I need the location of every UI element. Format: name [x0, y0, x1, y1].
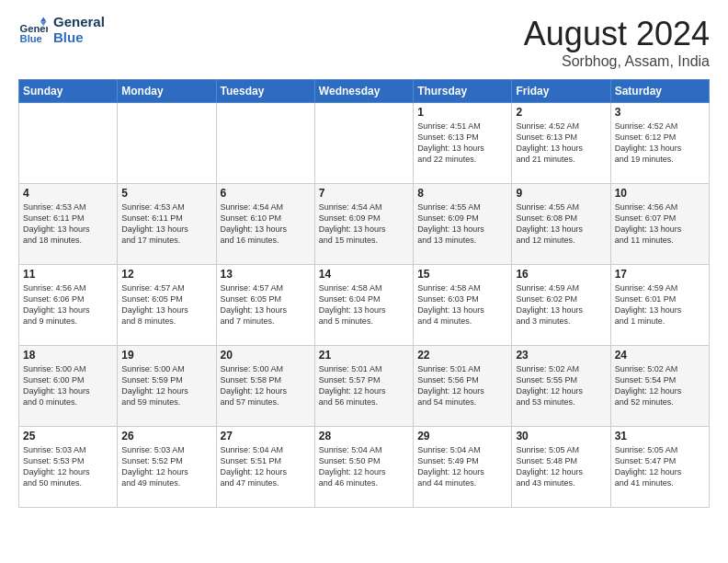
day-info: Sunrise: 4:55 AM Sunset: 6:09 PM Dayligh… [417, 201, 507, 247]
calendar-cell: 15Sunrise: 4:58 AM Sunset: 6:03 PM Dayli… [414, 265, 512, 346]
day-info: Sunrise: 5:01 AM Sunset: 5:56 PM Dayligh… [417, 363, 507, 408]
day-info: Sunrise: 4:56 AM Sunset: 6:06 PM Dayligh… [23, 282, 113, 327]
logo-blue: Blue [53, 30, 84, 46]
day-info: Sunrise: 4:52 AM Sunset: 6:13 PM Dayligh… [516, 121, 606, 166]
calendar-cell: 19Sunrise: 5:00 AM Sunset: 5:59 PM Dayli… [118, 346, 216, 427]
day-number: 10 [615, 187, 705, 200]
weekday-header-friday: Friday [512, 80, 610, 103]
title-block: August 2024 Sorbhog, Assam, India [524, 15, 710, 70]
day-number: 6 [221, 187, 311, 200]
calendar-cell: 26Sunrise: 5:03 AM Sunset: 5:52 PM Dayli… [118, 427, 216, 508]
day-number: 2 [516, 106, 606, 119]
calendar-cell [314, 103, 413, 184]
day-number: 25 [23, 430, 113, 442]
calendar-cell [19, 103, 118, 184]
day-info: Sunrise: 5:04 AM Sunset: 5:49 PM Dayligh… [417, 444, 507, 489]
day-number: 12 [121, 268, 211, 281]
calendar-cell: 17Sunrise: 4:59 AM Sunset: 6:01 PM Dayli… [610, 265, 709, 346]
weekday-header-saturday: Saturday [610, 80, 709, 103]
day-info: Sunrise: 4:57 AM Sunset: 6:05 PM Dayligh… [121, 282, 211, 327]
day-number: 15 [417, 268, 507, 281]
header: General Blue General Blue August 2024 So… [18, 15, 710, 70]
day-number: 1 [417, 106, 507, 119]
day-info: Sunrise: 4:52 AM Sunset: 6:12 PM Dayligh… [615, 121, 705, 166]
day-info: Sunrise: 4:53 AM Sunset: 6:11 PM Dayligh… [23, 201, 113, 247]
calendar-cell: 25Sunrise: 5:03 AM Sunset: 5:53 PM Dayli… [19, 427, 118, 508]
calendar-cell: 21Sunrise: 5:01 AM Sunset: 5:57 PM Dayli… [314, 346, 413, 427]
day-number: 7 [319, 187, 409, 200]
weekday-header-monday: Monday [118, 80, 216, 103]
day-number: 23 [516, 349, 606, 362]
day-number: 21 [319, 349, 409, 362]
day-info: Sunrise: 5:02 AM Sunset: 5:54 PM Dayligh… [615, 363, 705, 408]
day-number: 5 [121, 187, 211, 200]
calendar-cell: 14Sunrise: 4:58 AM Sunset: 6:04 PM Dayli… [314, 265, 413, 346]
calendar-cell: 20Sunrise: 5:00 AM Sunset: 5:58 PM Dayli… [216, 346, 314, 427]
day-info: Sunrise: 4:51 AM Sunset: 6:13 PM Dayligh… [417, 121, 507, 166]
calendar-cell: 28Sunrise: 5:04 AM Sunset: 5:50 PM Dayli… [314, 427, 413, 508]
calendar-cell: 12Sunrise: 4:57 AM Sunset: 6:05 PM Dayli… [118, 265, 216, 346]
calendar-cell: 1Sunrise: 4:51 AM Sunset: 6:13 PM Daylig… [414, 103, 512, 184]
logo-general: General [53, 15, 105, 30]
calendar-cell [216, 103, 314, 184]
day-info: Sunrise: 5:02 AM Sunset: 5:55 PM Dayligh… [516, 363, 606, 408]
day-info: Sunrise: 4:59 AM Sunset: 6:01 PM Dayligh… [615, 282, 705, 327]
day-number: 8 [417, 187, 507, 200]
day-number: 20 [221, 349, 311, 362]
calendar-cell: 8Sunrise: 4:55 AM Sunset: 6:09 PM Daylig… [414, 184, 512, 265]
day-number: 4 [23, 187, 113, 200]
day-number: 13 [221, 268, 311, 281]
day-number: 28 [319, 430, 409, 442]
calendar-cell: 16Sunrise: 4:59 AM Sunset: 6:02 PM Dayli… [512, 265, 610, 346]
day-number: 30 [516, 430, 606, 442]
logo-icon: General Blue [18, 16, 48, 45]
svg-text:Blue: Blue [20, 32, 42, 43]
day-number: 26 [121, 430, 211, 442]
logo: General Blue General Blue [18, 15, 105, 45]
day-info: Sunrise: 5:03 AM Sunset: 5:52 PM Dayligh… [121, 444, 211, 489]
calendar-cell [118, 103, 216, 184]
day-info: Sunrise: 5:00 AM Sunset: 6:00 PM Dayligh… [23, 363, 113, 408]
day-number: 27 [221, 430, 311, 442]
main-title: August 2024 [524, 15, 710, 53]
calendar-cell: 3Sunrise: 4:52 AM Sunset: 6:12 PM Daylig… [610, 103, 709, 184]
day-info: Sunrise: 5:05 AM Sunset: 5:47 PM Dayligh… [615, 444, 705, 489]
day-info: Sunrise: 5:04 AM Sunset: 5:51 PM Dayligh… [221, 444, 311, 489]
day-number: 19 [121, 349, 211, 362]
calendar-cell: 11Sunrise: 4:56 AM Sunset: 6:06 PM Dayli… [19, 265, 118, 346]
weekday-header-thursday: Thursday [414, 80, 512, 103]
day-number: 22 [417, 349, 507, 362]
day-info: Sunrise: 4:54 AM Sunset: 6:09 PM Dayligh… [319, 201, 409, 247]
calendar-cell: 7Sunrise: 4:54 AM Sunset: 6:09 PM Daylig… [314, 184, 413, 265]
day-number: 11 [23, 268, 113, 281]
day-info: Sunrise: 5:04 AM Sunset: 5:50 PM Dayligh… [319, 444, 409, 489]
day-number: 16 [516, 268, 606, 281]
day-info: Sunrise: 5:01 AM Sunset: 5:57 PM Dayligh… [319, 363, 409, 408]
calendar-cell: 30Sunrise: 5:05 AM Sunset: 5:48 PM Dayli… [512, 427, 610, 508]
calendar-cell: 9Sunrise: 4:55 AM Sunset: 6:08 PM Daylig… [512, 184, 610, 265]
calendar-cell: 5Sunrise: 4:53 AM Sunset: 6:11 PM Daylig… [118, 184, 216, 265]
calendar-cell: 31Sunrise: 5:05 AM Sunset: 5:47 PM Dayli… [610, 427, 709, 508]
day-info: Sunrise: 4:55 AM Sunset: 6:08 PM Dayligh… [516, 201, 606, 247]
calendar-cell: 23Sunrise: 5:02 AM Sunset: 5:55 PM Dayli… [512, 346, 610, 427]
day-number: 24 [615, 349, 705, 362]
weekday-header-tuesday: Tuesday [216, 80, 314, 103]
day-number: 14 [319, 268, 409, 281]
weekday-header-sunday: Sunday [19, 80, 118, 103]
sub-title: Sorbhog, Assam, India [524, 53, 710, 70]
day-info: Sunrise: 4:56 AM Sunset: 6:07 PM Dayligh… [615, 201, 705, 247]
day-info: Sunrise: 4:57 AM Sunset: 6:05 PM Dayligh… [221, 282, 311, 327]
calendar-cell: 10Sunrise: 4:56 AM Sunset: 6:07 PM Dayli… [610, 184, 709, 265]
day-info: Sunrise: 4:54 AM Sunset: 6:10 PM Dayligh… [221, 201, 311, 247]
svg-marker-2 [40, 17, 46, 21]
weekday-header-wednesday: Wednesday [314, 80, 413, 103]
day-number: 31 [615, 430, 705, 442]
calendar-cell: 24Sunrise: 5:02 AM Sunset: 5:54 PM Dayli… [610, 346, 709, 427]
page: General Blue General Blue August 2024 So… [0, 0, 728, 563]
calendar-cell: 29Sunrise: 5:04 AM Sunset: 5:49 PM Dayli… [414, 427, 512, 508]
calendar-cell: 13Sunrise: 4:57 AM Sunset: 6:05 PM Dayli… [216, 265, 314, 346]
day-info: Sunrise: 5:00 AM Sunset: 5:59 PM Dayligh… [121, 363, 211, 408]
day-info: Sunrise: 5:03 AM Sunset: 5:53 PM Dayligh… [23, 444, 113, 489]
day-number: 18 [23, 349, 113, 362]
calendar-cell: 22Sunrise: 5:01 AM Sunset: 5:56 PM Dayli… [414, 346, 512, 427]
